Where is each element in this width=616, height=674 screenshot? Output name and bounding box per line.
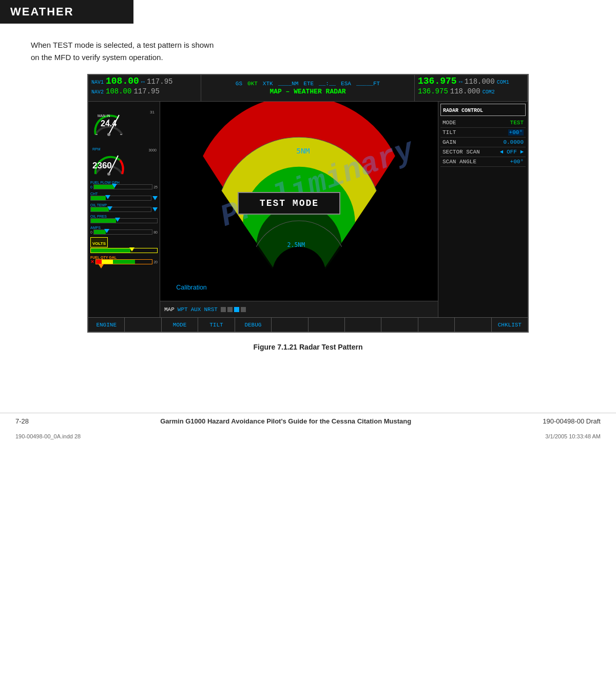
radar-control-panel: RADAR CONTROL MODE TEST TILT +00° GAIN 0… [438, 102, 528, 317]
softkey-chklist[interactable]: CHKLIST [492, 318, 528, 332]
radar-scan-label: SCAN ANGLE [442, 159, 476, 165]
radar-gain-value: 0.0000 [503, 139, 524, 145]
radar-scan-row: SCAN ANGLE +00° [440, 157, 526, 167]
man-gauge-tick: 31 [150, 110, 155, 114]
softkey-debug[interactable]: DEBUG [235, 318, 272, 332]
radar-control-header: RADAR CONTROL [440, 104, 526, 116]
com1-arrow: ↔ [459, 79, 463, 86]
radar-mode-label: MODE [442, 120, 456, 126]
com2-row: 136.975 118.000 COM2 [418, 87, 495, 96]
com2-standby-freq: 118.000 [450, 87, 480, 96]
amps-max: 80 [153, 230, 158, 234]
nav2-standby-freq: 117.95 [133, 87, 159, 96]
mfd-display: NAV1 108.00 ↔ 117.95 NAV2 108.00 117.95 … [87, 74, 529, 333]
nav1-label: NAV1 [91, 80, 104, 86]
figure-caption: Figure 7.1.21 Radar Test Pattern [0, 343, 616, 351]
intro-text: When TEST mode is selected, a test patte… [31, 39, 585, 64]
fuel-flow-label: FUEL FLOW GPH [90, 181, 158, 184]
fuel-qty-gauge: FUEL QTY GAL ✕ 20 [90, 256, 158, 268]
nav1-row: NAV1 108.00 ↔ 117.95 [91, 76, 172, 87]
fuel-qty-max: 20 [153, 260, 158, 264]
radar-control-title: RADAR CONTROL [443, 108, 483, 113]
section-header: WEATHER [0, 0, 133, 24]
radar-scan-value: +00° [510, 159, 524, 165]
rpm-label: RPM [92, 147, 101, 151]
file-info-right: 3/1/2005 10:33:48 AM [545, 433, 601, 439]
nav-left-section: NAV1 108.00 ↔ 117.95 NAV2 108.00 117.95 [88, 75, 201, 101]
nav1-standby-freq: 117.95 [147, 78, 172, 86]
radar-gain-row: GAIN 0.0000 [440, 138, 526, 147]
oil-temp-gauge: OIL TEMP [90, 203, 158, 212]
main-display-area: MAN IN 24.4 31 RPM 2360 3000 [88, 102, 528, 317]
nav-sq-4 [241, 307, 246, 312]
rpm-value: 2360 [92, 161, 112, 171]
nav2-label: NAV2 [91, 89, 104, 95]
fuel-qty-label: FUEL QTY GAL [90, 256, 158, 259]
map-bottom-nav: MAP WPT AUX NRST [160, 301, 438, 317]
amps-label: AMPS [90, 226, 158, 229]
rpm-gauge: RPM 2360 3000 [90, 142, 158, 179]
map-nav-wpt[interactable]: WPT [178, 306, 188, 313]
com-right-section: 136.975 ↔ 118.000 COM1 136.975 118.000 C… [415, 75, 528, 101]
rpm-max: 3000 [148, 148, 157, 152]
man-in-gauge: MAN IN 24.4 31 [90, 104, 158, 141]
softkey-tilt[interactable]: TILT [198, 318, 235, 332]
volts-label-text: VOLTS [92, 241, 106, 246]
screenshot-container: NAV1 108.00 ↔ 117.95 NAV2 108.00 117.95 … [87, 74, 529, 333]
nav1-arrow: ↔ [141, 79, 145, 86]
map-nav-aux[interactable]: AUX [191, 306, 201, 313]
xtk-value: ____NM [278, 81, 299, 87]
svg-point-1 [107, 133, 110, 136]
center-info-section: GS 0KT XTK ____NM ETE __:__ ESA _____FT … [201, 75, 415, 101]
softkey-empty-1 [125, 318, 161, 332]
calibration-text: Calibration [176, 284, 207, 291]
cht-label: CHT [90, 192, 158, 196]
man-in-value: 24.4 [101, 119, 117, 128]
com1-standby-freq: 118.000 [465, 78, 495, 86]
nav-sq-1 [221, 307, 226, 312]
map-area: 5NM 2.5NM Calibration Preliminary TEST M… [160, 102, 438, 317]
fuel-flow-gauge: FUEL FLOW GPH 0 25 [90, 181, 158, 189]
footer-title: Garmin G1000 Hazard Avoidance Pilot's Gu… [160, 417, 411, 425]
oil-pres-gauge: OIL PRES [90, 215, 158, 223]
nav2-row: NAV2 108.00 117.95 [91, 87, 160, 96]
softkey-empty-7 [455, 318, 491, 332]
map-nav-nrst[interactable]: NRST [204, 306, 217, 313]
engine-panel: MAN IN 24.4 31 RPM 2360 3000 [88, 102, 160, 317]
esa-label: ESA [341, 81, 351, 87]
softkey-empty-5 [381, 318, 418, 332]
com2-active-freq: 136.975 [418, 87, 448, 96]
radar-sector-value: ◄ OFF ► [500, 149, 524, 155]
com1-label: COM1 [497, 80, 509, 86]
footer-page-number: 7-28 [15, 417, 29, 425]
map-nav-map[interactable]: MAP [164, 306, 175, 313]
ete-value: __:__ [319, 81, 336, 87]
file-info-bar: 190-00498-00_0A.indd 28 3/1/2005 10:33:4… [0, 431, 616, 441]
radar-tilt-value: +00° [508, 129, 524, 136]
gs-value: 0KT [247, 81, 258, 87]
radar-sector-row: SECTOR SCAN ◄ OFF ► [440, 147, 526, 157]
map-title: MAP – WEATHER RADAR [270, 88, 345, 95]
section-title: WEATHER [10, 5, 123, 18]
softkey-engine[interactable]: ENGINE [88, 318, 125, 332]
radar-mode-value: TEST [510, 120, 524, 126]
radar-tilt-row: TILT +00° [440, 128, 526, 138]
page-footer: 7-28 Garmin G1000 Hazard Avoidance Pilot… [0, 413, 616, 429]
softkey-empty-4 [345, 318, 381, 332]
com2-label: COM2 [483, 89, 495, 95]
intro-paragraph: When TEST mode is selected, a test patte… [31, 39, 585, 64]
com1-active-freq: 136.975 [418, 76, 457, 87]
volts-label: VOLTS [90, 237, 108, 247]
radar-gain-label: GAIN [442, 139, 456, 145]
radar-sector-label: SECTOR SCAN [442, 149, 480, 155]
man-in-label: MAN IN [98, 114, 110, 118]
footer-doc-number: 190-00498-00 Draft [543, 417, 601, 425]
softkey-mode[interactable]: MODE [162, 318, 198, 332]
file-info-left: 190-00498-00_0A.indd 28 [15, 433, 81, 439]
range-5nm-text: 5NM [296, 146, 310, 155]
oil-temp-label: OIL TEMP [90, 203, 158, 207]
ete-label: ETE [303, 81, 314, 87]
softkey-empty-2 [272, 318, 308, 332]
radar-mode-row: MODE TEST [440, 118, 526, 128]
map-nav-squares [221, 307, 246, 312]
